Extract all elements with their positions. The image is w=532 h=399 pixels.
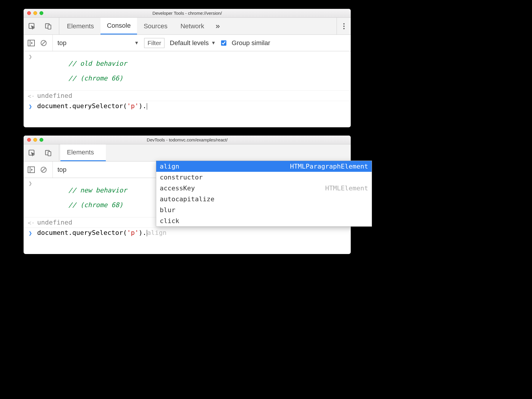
autocomplete-label: autocapitalize — [160, 195, 214, 203]
svg-rect-12 — [48, 151, 51, 156]
traffic-lights — [27, 11, 43, 15]
context-label: top — [57, 166, 67, 174]
context-selector[interactable]: top — [52, 161, 67, 178]
context-selector[interactable]: top ▼ — [52, 35, 139, 51]
inspect-icon[interactable] — [24, 18, 40, 34]
input-marker-icon: ❯ — [28, 52, 33, 60]
prompt-marker-icon: ❯ — [28, 102, 33, 110]
code-comment: // (chrome 66) — [68, 75, 123, 82]
console-toolbar: top ▼ Filter Default levels ▼ Group simi… — [24, 35, 351, 51]
output-value: undefined — [37, 219, 72, 226]
tab-elements[interactable]: Elements — [60, 144, 106, 161]
traffic-lights — [27, 138, 43, 142]
inspect-icon[interactable] — [24, 144, 40, 161]
levels-selector[interactable]: Default levels ▼ — [170, 39, 216, 47]
devtools-window: DevTools - todomvc.com/examples/react/ E… — [24, 136, 351, 253]
context-label: top — [57, 39, 67, 47]
autocomplete-label: click — [160, 217, 179, 225]
titlebar[interactable]: DevTools - todomvc.com/examples/react/ — [24, 136, 351, 144]
autocomplete-hint: HTMLParagraphElement — [290, 163, 368, 170]
devtools-window: Developer Tools - chrome://version/ Elem… — [24, 9, 351, 127]
input-marker-icon: ❯ — [28, 179, 33, 187]
window-title: DevTools - todomvc.com/examples/react/ — [24, 137, 351, 142]
window-title: Developer Tools - chrome://version/ — [24, 11, 351, 16]
ghost-completion: align — [147, 229, 167, 236]
device-icon[interactable] — [40, 18, 57, 34]
divider — [59, 18, 59, 34]
text-cursor — [147, 103, 147, 110]
divider — [59, 144, 59, 161]
zoom-icon[interactable] — [39, 138, 43, 142]
device-icon[interactable] — [40, 144, 57, 161]
prompt-code[interactable]: document.querySelector('p').align — [37, 229, 167, 236]
output-value: undefined — [37, 92, 72, 99]
output-marker-icon: <· — [28, 219, 33, 226]
prompt-marker-icon: ❯ — [28, 229, 33, 237]
tabbar: Elements Console Sources Network » — [24, 18, 351, 35]
console-area[interactable]: ❯ // old behavior // (chrome 66) <· unde… — [24, 51, 351, 127]
minimize-icon[interactable] — [33, 138, 37, 142]
svg-line-16 — [42, 168, 45, 172]
autocomplete-label: constructor — [160, 174, 203, 181]
autocomplete-item[interactable]: blur — [156, 205, 372, 215]
tab-elements[interactable]: Elements — [60, 18, 101, 34]
autocomplete-label: blur — [160, 206, 175, 214]
prompt-code[interactable]: document.querySelector('p'). — [37, 102, 147, 110]
svg-point-5 — [343, 28, 344, 29]
code-comment: // (chrome 68) — [68, 201, 123, 209]
console-prompt-row[interactable]: ❯ document.querySelector('p').align — [24, 228, 351, 238]
clear-console-icon[interactable] — [40, 39, 47, 47]
close-icon[interactable] — [27, 138, 31, 142]
tab-sources[interactable]: Sources — [137, 18, 174, 34]
autocomplete-hint: HTMLElement — [325, 184, 368, 192]
output-marker-icon: <· — [28, 92, 33, 100]
code-comment: // new behavior — [68, 187, 127, 194]
kebab-menu-icon[interactable] — [337, 18, 351, 34]
autocomplete-label: align — [160, 163, 179, 170]
console-input-row: ❯ // old behavior // (chrome 66) — [24, 51, 351, 91]
group-similar-label: Group similar — [232, 39, 270, 47]
autocomplete-item[interactable]: align HTMLParagraphElement — [156, 161, 372, 172]
tab-network[interactable]: Network — [174, 18, 211, 34]
sidebar-toggle-icon[interactable] — [28, 166, 35, 173]
sidebar-toggle-icon[interactable] — [28, 40, 35, 46]
autocomplete-item[interactable]: accessKey HTMLElement — [156, 183, 372, 194]
clear-console-icon[interactable] — [40, 166, 47, 173]
filter-input[interactable]: Filter — [144, 38, 164, 48]
chevron-down-icon: ▼ — [134, 40, 139, 46]
chevron-down-icon: ▼ — [211, 40, 216, 46]
tab-console[interactable]: Console — [101, 18, 137, 34]
svg-line-9 — [42, 41, 45, 45]
minimize-icon[interactable] — [33, 11, 37, 15]
more-tabs-icon[interactable]: » — [211, 18, 225, 34]
console-output-row: <· undefined — [24, 91, 351, 101]
zoom-icon[interactable] — [39, 11, 43, 15]
group-similar-checkbox[interactable] — [221, 40, 226, 46]
code-comment: // old behavior — [68, 60, 127, 67]
autocomplete-item[interactable]: click — [156, 215, 372, 226]
svg-point-4 — [343, 25, 344, 27]
autocomplete-item[interactable]: autocapitalize — [156, 194, 372, 205]
autocomplete-label: accessKey — [160, 184, 195, 192]
svg-rect-2 — [48, 25, 51, 29]
console-prompt-row[interactable]: ❯ document.querySelector('p'). — [24, 101, 351, 111]
svg-point-3 — [343, 23, 344, 24]
autocomplete-item[interactable]: constructor — [156, 172, 372, 183]
close-icon[interactable] — [27, 11, 31, 15]
titlebar[interactable]: Developer Tools - chrome://version/ — [24, 9, 351, 18]
autocomplete-popup[interactable]: align HTMLParagraphElement constructor a… — [156, 161, 372, 227]
tabbar: Elements align HTMLParagraphElement cons… — [24, 144, 351, 161]
